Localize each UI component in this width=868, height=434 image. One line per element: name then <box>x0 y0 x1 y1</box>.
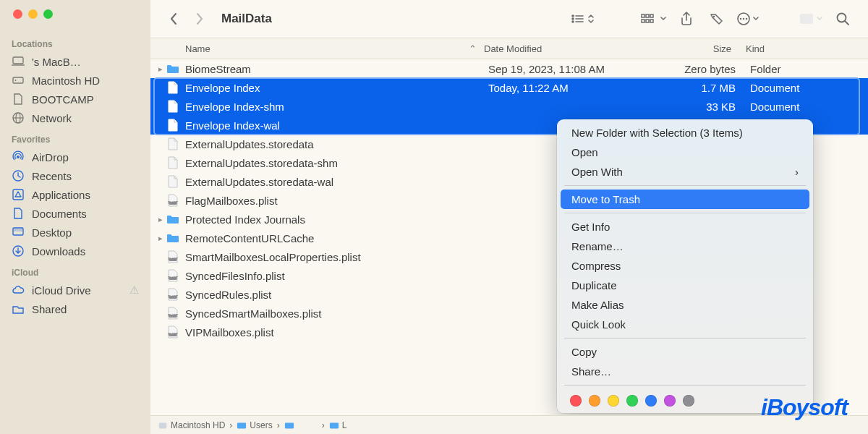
menu-item-copy[interactable]: Copy <box>557 342 813 362</box>
svg-rect-9 <box>13 190 23 200</box>
svg-point-17 <box>572 21 574 22</box>
tags-button[interactable] <box>706 10 728 27</box>
file-row[interactable]: Envelope Index-shm33 KBDocument <box>150 97 868 116</box>
menu-item-rename-[interactable]: Rename… <box>557 237 813 256</box>
path-crumb-user[interactable] <box>284 420 318 430</box>
sidebar-item-downloads[interactable]: Downloads <box>0 242 150 260</box>
tag-color-dot[interactable] <box>664 395 676 407</box>
path-crumb-library[interactable]: L <box>329 420 347 430</box>
sidebar-heading: Locations <box>0 32 150 52</box>
svg-point-15 <box>572 18 574 20</box>
file-name: Protected Index Journals <box>185 213 488 226</box>
menu-item-move-to-trash[interactable]: Move to Trash <box>561 190 809 209</box>
menu-separator <box>564 338 806 339</box>
disclosure-triangle[interactable]: ▸ <box>150 234 165 243</box>
file-name: SmartMailboxesLocalProperties.plist <box>185 251 488 263</box>
sidebar-item-icloud-drive[interactable]: iCloud Drive⚠︎ <box>0 281 150 299</box>
sidebar-item-label: Downloads <box>32 245 85 258</box>
sidebar-item-applications[interactable]: Applications <box>0 185 150 204</box>
svg-rect-22 <box>642 20 644 22</box>
menu-item-compress[interactable]: Compress <box>557 256 813 276</box>
menu-item-share-[interactable]: Share… <box>557 362 813 381</box>
tag-color-dot[interactable] <box>645 395 657 407</box>
sidebar-item-bootcamp[interactable]: BOOTCAMP <box>0 90 150 109</box>
forward-button[interactable] <box>191 10 208 27</box>
plist-icon: PLIST <box>165 192 181 208</box>
tag-color-dot[interactable] <box>570 395 582 407</box>
search-button[interactable] <box>832 10 854 27</box>
path-crumb-users[interactable]: Users <box>237 420 272 430</box>
menu-item-duplicate[interactable]: Duplicate <box>557 276 813 295</box>
column-header-date[interactable]: Date Modified <box>484 43 655 54</box>
file-kind: Document <box>746 82 868 94</box>
svg-rect-24 <box>650 20 653 22</box>
disclosure-triangle[interactable]: ▸ <box>150 215 165 224</box>
svg-rect-23 <box>646 20 649 22</box>
svg-text:PLIST: PLIST <box>168 257 178 261</box>
tag-color-dot[interactable] <box>589 395 600 407</box>
sidebar-item-documents[interactable]: Documents <box>0 204 150 223</box>
finder-window: Locations 's MacB…Macintosh HDBOOTCAMPNe… <box>0 0 868 434</box>
doc-icon <box>165 98 181 114</box>
sidebar-item-shared[interactable]: Shared <box>0 299 150 318</box>
tag-color-dot[interactable] <box>683 395 694 407</box>
clock-icon <box>12 169 25 182</box>
menu-item-quick-look[interactable]: Quick Look <box>557 315 813 334</box>
doc-icon <box>165 117 181 133</box>
sidebar-item-desktop[interactable]: Desktop <box>0 223 150 242</box>
menu-item-label: New Folder with Selection (3 Items) <box>571 127 743 139</box>
svg-rect-2 <box>13 77 23 83</box>
svg-point-7 <box>17 156 20 158</box>
tag-color-dot[interactable] <box>608 395 619 407</box>
svg-rect-48 <box>330 422 339 428</box>
chevron-down-icon <box>752 13 760 25</box>
share-button[interactable] <box>676 10 697 27</box>
menu-item-new-folder-with-selection-items-[interactable]: New Folder with Selection (3 Items) <box>557 123 813 142</box>
chevron-right-icon: › <box>795 166 799 178</box>
laptop-icon <box>12 55 25 68</box>
column-header-kind[interactable]: Kind <box>741 43 868 54</box>
file-name: ExternalUpdates.storedata-wal <box>185 176 488 188</box>
menu-item-label: Compress <box>571 260 621 272</box>
minimize-window-button[interactable] <box>28 9 38 19</box>
sidebar-item--s-macb-[interactable]: 's MacB… <box>0 52 150 71</box>
column-header-size[interactable]: Size <box>655 43 741 54</box>
view-mode-button[interactable] <box>570 13 595 25</box>
path-crumb-root[interactable]: Macintosh HD <box>158 420 225 430</box>
plist-icon: PLIST <box>165 286 181 302</box>
svg-rect-46 <box>237 422 246 428</box>
menu-item-open[interactable]: Open <box>557 142 813 162</box>
file-row[interactable]: Envelope IndexToday, 11:22 AM1.7 MBDocum… <box>150 78 868 97</box>
close-window-button[interactable] <box>13 9 22 19</box>
menu-item-open-with[interactable]: Open With› <box>557 162 813 182</box>
disclosure-triangle[interactable]: ▸ <box>150 64 165 74</box>
file-row[interactable]: ▸BiomeStreamSep 19, 2023, 11:08 AMZero b… <box>150 59 868 78</box>
tag-color-dot[interactable] <box>626 395 638 407</box>
svg-rect-11 <box>14 229 22 231</box>
plist-icon: PLIST <box>165 324 181 340</box>
group-by-button[interactable] <box>641 13 667 25</box>
menu-item-label: Move to Trash <box>571 193 640 205</box>
svg-point-28 <box>743 18 744 20</box>
sidebar-item-airdrop[interactable]: AirDrop <box>0 148 150 166</box>
back-button[interactable] <box>165 10 182 27</box>
file-date: Sep 19, 2023, 11:08 AM <box>488 63 659 75</box>
zoom-window-button[interactable] <box>43 9 53 19</box>
action-button[interactable] <box>736 12 760 26</box>
shared-icon <box>12 302 25 315</box>
sidebar-item-recents[interactable]: Recents <box>0 166 150 185</box>
column-header-name[interactable]: Name⌃ <box>150 43 484 54</box>
doc-icon <box>165 155 181 171</box>
svg-rect-47 <box>285 422 294 428</box>
sidebar-item-macintosh-hd[interactable]: Macintosh HD <box>0 71 150 90</box>
sidebar-item-network[interactable]: Network <box>0 109 150 127</box>
menu-item-make-alias[interactable]: Make Alias <box>557 295 813 315</box>
sidebar-item-label: Desktop <box>32 226 72 239</box>
sidebar-item-label: Applications <box>32 189 90 201</box>
menu-item-get-info[interactable]: Get Info <box>557 217 813 237</box>
menu-item-label: Make Alias <box>571 299 624 311</box>
chevron-updown-icon <box>587 13 595 25</box>
sidebar-item-label: AirDrop <box>32 151 69 163</box>
unknown-toolbar-button[interactable] <box>799 12 823 26</box>
svg-rect-19 <box>642 14 644 17</box>
